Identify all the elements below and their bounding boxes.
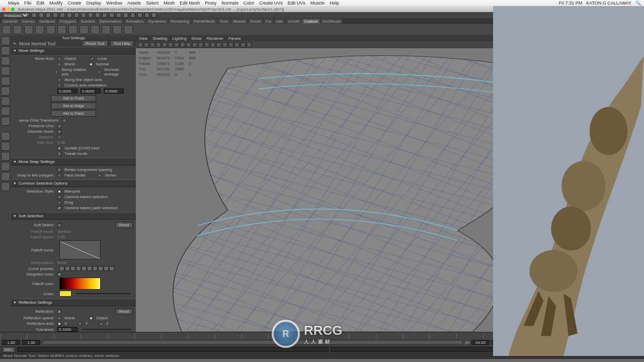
set-to-face-button[interactable]: Set to Face <box>51 110 96 117</box>
orient-y-field[interactable] <box>80 88 101 94</box>
status-icon[interactable] <box>88 13 93 18</box>
status-icon[interactable] <box>60 13 65 18</box>
universal-manip-icon[interactable] <box>1 97 10 106</box>
mac-menu-proxy[interactable]: Proxy <box>205 1 216 6</box>
shelf-button[interactable] <box>91 25 100 34</box>
mac-menu-editmesh[interactable]: Edit Mesh <box>180 1 200 6</box>
status-icon[interactable] <box>53 13 58 18</box>
reflection-check[interactable] <box>57 310 61 314</box>
preset-icon[interactable] <box>87 266 92 271</box>
mac-menu-mesh[interactable]: Mesh <box>164 1 175 6</box>
mac-menu-color[interactable]: Color <box>244 1 255 6</box>
section-soft-selection[interactable]: ▼Soft Selection <box>11 212 136 220</box>
axis-along-rotation-radio[interactable] <box>55 70 59 74</box>
panel-tool-icon[interactable] <box>234 42 239 47</box>
weighted-color-check[interactable] <box>57 273 61 277</box>
range-bar[interactable] <box>42 340 463 345</box>
range-start-outer[interactable] <box>2 340 20 345</box>
shelf-tab-animation[interactable]: Animation <box>124 19 146 24</box>
shelf-button[interactable] <box>124 25 133 34</box>
scale-tool-icon[interactable] <box>1 86 10 96</box>
show-manip-icon[interactable] <box>1 117 10 126</box>
minimize-icon[interactable] <box>7 8 10 11</box>
axis-custom-radio[interactable] <box>57 83 61 87</box>
preset-icon[interactable] <box>93 266 98 271</box>
color-slider[interactable] <box>76 293 131 294</box>
preserve-uvs-check[interactable] <box>57 124 61 128</box>
status-icon[interactable] <box>74 13 79 18</box>
status-icon[interactable] <box>32 13 37 18</box>
panel-tool-icon[interactable] <box>198 42 203 47</box>
orient-z-field[interactable] <box>104 88 124 94</box>
shelf-tab-fluids[interactable]: Fluids <box>248 19 263 24</box>
tolerance-field[interactable] <box>57 327 77 332</box>
layout-hypershade-icon[interactable] <box>1 182 10 191</box>
tweak-mode-check[interactable] <box>57 152 61 156</box>
zoom-icon[interactable] <box>11 8 15 11</box>
shelf-tab-ncloth[interactable]: nCloth <box>286 19 301 24</box>
axis-world-radio[interactable] <box>57 62 61 66</box>
shelf-tab-gozbrush[interactable]: GoZBrush <box>320 19 343 24</box>
reset-tool-button[interactable]: Reset Tool <box>82 40 108 47</box>
panel-tool-icon[interactable] <box>210 42 215 47</box>
section-snap[interactable]: ▼Move Snap Settings <box>11 158 136 165</box>
shelf-tab-toon[interactable]: Toon <box>218 19 230 24</box>
tool-help-button[interactable]: Tool Help <box>110 40 134 47</box>
panel-menu-panels[interactable]: Panels <box>228 36 240 41</box>
soft-reset-button[interactable]: Reset <box>115 222 133 228</box>
status-icon[interactable] <box>81 13 86 18</box>
set-to-edge-button[interactable]: Set to Edge <box>51 103 96 109</box>
panel-menu-show[interactable]: Show <box>192 36 202 41</box>
camera-paint-check[interactable] <box>57 206 61 210</box>
panel-tool-icon[interactable] <box>240 42 246 47</box>
preset-icon[interactable] <box>82 266 87 271</box>
shelf-button[interactable] <box>24 25 33 34</box>
shelf-tab-custom[interactable]: Custom <box>302 19 320 24</box>
shelf-tab-curves[interactable]: Curves <box>20 19 36 24</box>
preset-icon[interactable] <box>59 266 64 271</box>
shelf-button[interactable] <box>35 25 44 34</box>
status-icon[interactable] <box>137 13 142 18</box>
panel-tool-icon[interactable] <box>216 42 221 47</box>
refl-z-radio[interactable] <box>99 322 103 326</box>
preset-icon[interactable] <box>98 266 103 271</box>
color-swatch[interactable] <box>59 291 71 297</box>
shelf-tab-surfaces[interactable]: Surfaces <box>37 19 57 24</box>
section-move-settings[interactable]: ▼Move Settings <box>11 47 136 54</box>
shelf-button[interactable] <box>102 25 111 34</box>
panel-tool-icon[interactable] <box>192 42 197 47</box>
shelf-tab-rendering[interactable]: Rendering <box>169 19 191 24</box>
shelf-tab-subdivs[interactable]: Subdivs <box>78 19 97 24</box>
status-icon[interactable] <box>130 13 135 18</box>
snap-vertex-radio[interactable] <box>98 173 102 177</box>
status-icon[interactable] <box>95 13 100 18</box>
soft-select-check[interactable] <box>57 223 61 227</box>
orient-x-field[interactable] <box>57 88 77 94</box>
panel-tool-icon[interactable] <box>156 42 161 47</box>
panel-tool-icon[interactable] <box>228 42 233 47</box>
mac-menu-file[interactable]: File <box>24 1 32 6</box>
shelf-tab-muscle[interactable]: Muscle <box>231 19 248 24</box>
mac-menu-createuvs[interactable]: Create UVs <box>259 1 283 6</box>
mac-menu-assets[interactable]: Assets <box>127 1 141 6</box>
close-icon[interactable] <box>2 8 6 11</box>
panel-tool-icon[interactable] <box>174 42 179 47</box>
module-selector[interactable]: Polygons <box>2 13 30 18</box>
preset-icon[interactable] <box>104 266 109 271</box>
shelf-button[interactable] <box>46 25 55 34</box>
refl-x-radio[interactable] <box>57 322 61 326</box>
panel-tool-icon[interactable] <box>247 42 252 47</box>
select-tool-icon[interactable] <box>1 36 10 45</box>
falloff-gradient[interactable] <box>59 278 101 290</box>
window-controls[interactable] <box>2 8 15 11</box>
mac-menu-muscle[interactable]: Muscle <box>310 1 325 6</box>
preset-icon[interactable] <box>65 266 70 271</box>
range-end-inner[interactable] <box>471 340 490 345</box>
mac-menu-display[interactable]: Display <box>87 1 102 6</box>
refl-y-radio[interactable] <box>78 322 82 326</box>
section-reflection[interactable]: ▼Reflection Settings <box>11 299 136 306</box>
axis-local-radio[interactable] <box>90 57 94 61</box>
paint-select-tool-icon[interactable] <box>1 56 10 65</box>
layout-persp-icon[interactable] <box>1 162 10 171</box>
camera-based-check[interactable] <box>57 195 61 199</box>
